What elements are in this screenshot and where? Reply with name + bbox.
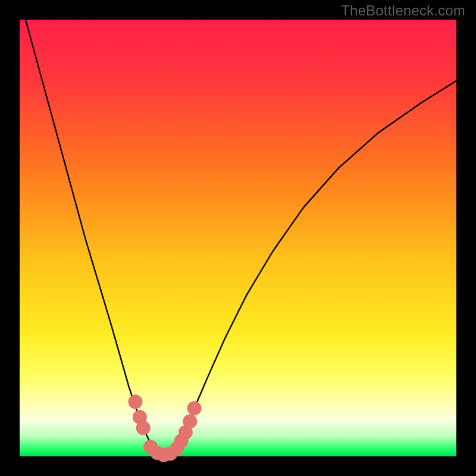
highlight-dot bbox=[129, 394, 143, 409]
highlight-dot bbox=[187, 401, 202, 415]
bottleneck-chart bbox=[0, 0, 476, 476]
outer-frame: TheBottleneck.com bbox=[0, 0, 476, 476]
highlight-dot bbox=[136, 421, 151, 435]
highlight-dot bbox=[183, 414, 197, 428]
watermark-text: TheBottleneck.com bbox=[341, 2, 465, 19]
